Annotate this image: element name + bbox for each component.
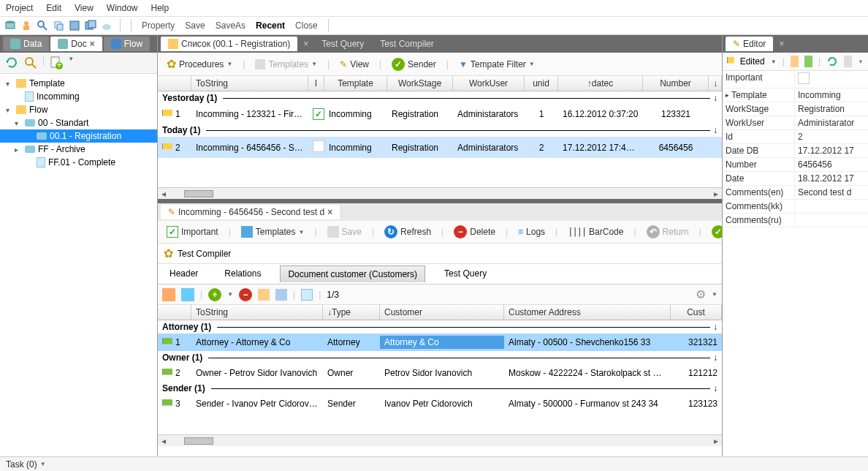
return-button[interactable]: ↶Return	[642, 224, 693, 240]
prop-row[interactable]: WorkStageRegistration	[723, 102, 868, 116]
col-datec[interactable]: ↑datec	[558, 76, 643, 91]
user-icon[interactable]	[20, 20, 32, 31]
prop-val[interactable]: 2	[794, 130, 868, 143]
menu-project[interactable]: Project	[6, 3, 33, 13]
disk-icon[interactable]	[69, 20, 80, 31]
prop-row[interactable]: WorkUserAdministarator	[723, 116, 868, 130]
prop-val[interactable]: Second test d	[794, 186, 868, 199]
tab-spisok[interactable]: Список (00.1 - Registration)	[161, 37, 297, 51]
col-workuser[interactable]: WorkUser	[453, 76, 525, 91]
menu-edit[interactable]: Edit	[46, 3, 61, 13]
cloud-icon[interactable]	[101, 20, 113, 31]
tab-testquery[interactable]: Test Query	[314, 37, 371, 51]
logs-button[interactable]: ≡Logs	[514, 225, 549, 238]
close-icon[interactable]: ×	[327, 207, 332, 217]
subtab-customers[interactable]: Document customer (Customers)	[280, 265, 425, 282]
view-button[interactable]: ✎View	[335, 58, 373, 71]
refresh-icon[interactable]	[826, 56, 838, 67]
disk-icon[interactable]	[844, 56, 852, 67]
subtab-testquery[interactable]: Test Query	[437, 265, 494, 282]
col-tostring[interactable]: ToString	[191, 305, 323, 320]
menu-view[interactable]: View	[75, 3, 94, 13]
save-button[interactable]: Save	[323, 225, 366, 239]
chevron-down-icon[interactable]: ▼	[858, 59, 864, 65]
search-icon[interactable]	[23, 56, 38, 70]
prop-val[interactable]	[794, 214, 868, 227]
prop-val[interactable]	[794, 71, 868, 88]
customer-row[interactable]: 3 Sender - Ivanov Petr Cidorovich Sender…	[158, 395, 722, 412]
sender-button[interactable]: ✓Sender	[387, 56, 441, 72]
disks-icon[interactable]	[85, 20, 96, 31]
col-unid[interactable]: unid	[525, 76, 558, 91]
templates-button[interactable]: Templates▼	[251, 58, 321, 71]
property-button[interactable]: Property	[139, 19, 178, 32]
col-customer[interactable]: Customer	[380, 305, 504, 320]
prop-row[interactable]: Date DB17.12.2012 17	[723, 144, 868, 158]
prop-val[interactable]: 18.12.2012 17	[794, 172, 868, 185]
delete-button[interactable]: −Delete	[449, 224, 500, 240]
tab-flow[interactable]: Flow	[104, 37, 150, 51]
grid-icon[interactable]	[162, 288, 175, 301]
detail-tab[interactable]: ✎ Incomming - 6456456 - Second test d ×	[161, 205, 340, 219]
col-address[interactable]: Customer Address	[504, 305, 671, 320]
templates-button[interactable]: Templates▼	[237, 225, 309, 239]
tree-icon[interactable]	[804, 56, 812, 67]
sort-icon[interactable]	[791, 56, 799, 67]
tab-doc[interactable]: Doc ×	[50, 37, 102, 51]
col-cust[interactable]: Cust	[671, 305, 722, 320]
dropdown-arrow-icon[interactable]: ▼	[68, 56, 74, 70]
barcode-button[interactable]: ||||BarCode	[563, 225, 628, 238]
scrollbar-horizontal[interactable]: ◂▸	[158, 187, 722, 199]
customer-row[interactable]: 1 Attorney - Attorney & Co Attorney Atto…	[158, 334, 722, 351]
tree-standart[interactable]: ▾00 - Standart	[0, 116, 157, 129]
subtab-relations[interactable]: Relations	[217, 265, 268, 282]
col-arrow[interactable]: ↓	[709, 76, 722, 91]
prop-row[interactable]: Comments(ru)	[723, 214, 868, 227]
add-button[interactable]: +	[208, 288, 221, 301]
flag-icon[interactable]	[727, 57, 734, 66]
prop-row[interactable]: Important	[723, 71, 868, 88]
chevron-down-icon[interactable]: ▼	[40, 461, 46, 467]
doc-icon[interactable]	[301, 289, 313, 301]
save-button[interactable]: Save	[182, 19, 208, 32]
list-row[interactable]: 2 Incomming - 6456456 - Secon Incomming …	[158, 137, 722, 158]
prop-row[interactable]: Id2	[723, 130, 868, 144]
prop-val[interactable]: Registration	[794, 102, 868, 116]
group-today[interactable]: Today (1)↓	[158, 124, 722, 137]
prop-row[interactable]: Date18.12.2012 17	[723, 172, 868, 186]
tree-registration[interactable]: 00.1 - Registration	[0, 129, 157, 143]
col-flag[interactable]	[158, 76, 191, 91]
prop-row[interactable]: ▸TemplateIncomming	[723, 88, 868, 102]
tree-incomming[interactable]: Incomming	[0, 90, 157, 103]
close-icon[interactable]: ×	[299, 39, 313, 49]
prop-row[interactable]: Comments(kk)	[723, 200, 868, 214]
prop-val[interactable]: 17.12.2012 17	[794, 144, 868, 157]
col-type[interactable]: ↓Type	[323, 305, 380, 320]
grid-icon[interactable]	[181, 288, 194, 301]
prop-val[interactable]: Administarator	[794, 116, 868, 129]
scrollbar-horizontal[interactable]: ◂▸	[158, 434, 722, 446]
customer-row[interactable]: 2 Owner - Petrov Sidor Ivanovich Owner P…	[158, 364, 722, 382]
menu-window[interactable]: Window	[107, 3, 138, 13]
menu-help[interactable]: Help	[151, 3, 170, 13]
saveas-button[interactable]: SaveAs	[213, 19, 248, 32]
db-icon[interactable]	[4, 20, 16, 31]
col-workstage[interactable]: WorkStage	[387, 76, 453, 91]
template-filter-button[interactable]: ▼Tempate Filter▼	[454, 58, 539, 71]
tree-template[interactable]: ▾Template	[0, 77, 157, 90]
col-number[interactable]: Number	[643, 76, 709, 91]
col-i[interactable]: I	[308, 76, 324, 91]
close-button[interactable]: Close	[292, 19, 321, 32]
important-button[interactable]: ✓Important	[162, 225, 223, 239]
find-icon[interactable]	[37, 20, 48, 31]
tree-archive[interactable]: ▸FF - Archive	[0, 143, 157, 156]
group-sender[interactable]: Sender (1)↓	[158, 382, 722, 395]
prop-val[interactable]: Incomming	[794, 88, 868, 102]
copy-icon[interactable]	[53, 20, 64, 31]
link-icon[interactable]	[275, 289, 287, 301]
subtab-header[interactable]: Header	[162, 265, 205, 282]
group-yesterday[interactable]: Yestorday (1)↓	[158, 91, 722, 105]
col-tostring[interactable]: ToString	[191, 76, 308, 91]
copy-icon[interactable]	[258, 289, 270, 301]
refresh-icon[interactable]	[4, 56, 19, 70]
